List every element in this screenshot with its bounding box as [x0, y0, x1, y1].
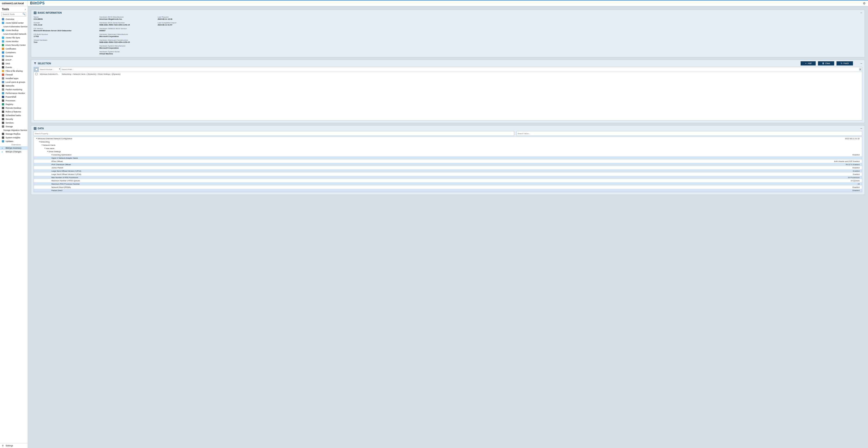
app-settings-icon[interactable]: ⚙ [863, 2, 866, 5]
search-path-input[interactable] [61, 67, 862, 72]
caret-down-icon[interactable]: ▾ [41, 144, 43, 146]
sidebar-item[interactable]: Azure hybrid center [0, 21, 28, 25]
sidebar-item[interactable]: DHCP [0, 58, 28, 62]
sidebar-item[interactable]: Scheduled tasks [0, 113, 28, 117]
data-leaf[interactable]: IPv4 Checksum OffloadRx & Tx Enabled [34, 163, 862, 166]
sidebar-item[interactable]: Certificates [0, 47, 28, 50]
tool-icon [2, 140, 4, 142]
data-leaf[interactable]: Hyper-V Network Adapter Name [34, 157, 862, 160]
row-module: Windows Extended Network Configura… [39, 73, 61, 75]
sidebar-item[interactable]: Storage Migration Service [0, 128, 28, 132]
sidebar-item-label: Azure Security Center [5, 44, 26, 46]
sidebar-item[interactable]: Files & file sharing [0, 69, 28, 73]
sidebar-item[interactable]: Remote Desktop [0, 106, 28, 110]
data-branch[interactable]: ▾Network Cards [34, 143, 862, 147]
node-label: Network Direct (RDMA) [52, 186, 852, 188]
svg-rect-8 [35, 129, 36, 129]
caret-down-icon[interactable]: ▾ [44, 147, 46, 149]
settings-item[interactable]: ⚙ Settings [0, 443, 28, 448]
caret-down-icon[interactable]: ▾ [38, 141, 40, 143]
sidebar-item[interactable]: Azure Monitor [0, 40, 28, 43]
sidebar-item-extension[interactable]: ▸BiitOps Inventory [0, 146, 28, 150]
data-branch[interactable]: ▾Networking [34, 140, 862, 143]
sidebar-item-label: Azure hybrid center [5, 22, 24, 24]
sidebar-item-label: System Insights [5, 136, 20, 139]
sidebar-item[interactable]: Azure Backup [0, 29, 28, 32]
sidebar-item[interactable]: Services [0, 121, 28, 125]
sidebar-item[interactable]: Azure File Sync [0, 36, 28, 40]
data-branch[interactable]: ▾new name [34, 147, 862, 150]
selection-collapse-icon[interactable]: − [860, 63, 862, 64]
tools-list: OverviewAzure hybrid centerAzure Kuberne… [0, 18, 28, 443]
data-leaf[interactable]: Max Number of RSS Processors16 Processor… [34, 176, 862, 179]
sidebar-item[interactable]: Updates [0, 139, 28, 143]
search-value-input[interactable] [517, 131, 862, 136]
dropdown-icon[interactable]: ▾ [859, 68, 862, 71]
data-leaf[interactable]: Large Send Offload Version 2 (IPv6)Enabl… [34, 173, 862, 176]
caret-down-icon[interactable]: ▾ [36, 138, 37, 139]
sidebar-item[interactable]: Storage [0, 125, 28, 128]
fetch-button[interactable]: ↻Fetch [837, 61, 853, 65]
sidebar-item[interactable]: System Insights [0, 136, 28, 139]
data-leaf[interactable]: Packet DirectDisabled [34, 189, 862, 192]
data-leaf[interactable]: Maximum Number of RSS Queues16 Queues [34, 179, 862, 182]
info-label: Name [34, 16, 71, 18]
tool-icon [2, 114, 4, 116]
sidebar-item-label: Files & file sharing [5, 70, 23, 72]
node-value: Disabled [852, 154, 862, 156]
info-value: Microsoft Windows Server 2019 Datacenter [34, 30, 71, 32]
sidebar-item[interactable]: DNS [0, 62, 28, 65]
sidebar-item[interactable]: Overview [0, 18, 28, 21]
sidebar-item[interactable]: Events [0, 65, 28, 69]
info-label: Virtual Hardware [34, 39, 71, 41]
info-label: Last Completed Import [158, 22, 177, 24]
data-collapse-icon[interactable]: − [860, 128, 862, 129]
sidebar-item[interactable]: Roles & features [0, 110, 28, 113]
data-branch[interactable]: ▾Windows Extended Network Configuration2… [34, 137, 862, 140]
extensions-group-label: Extensions [0, 143, 28, 146]
tools-collapse-icon[interactable]: ‹ [25, 8, 26, 11]
sidebar-item[interactable]: Containers [0, 50, 28, 54]
caret-down-icon[interactable]: ▾ [47, 150, 49, 152]
info-value: True [34, 41, 71, 43]
data-leaf[interactable]: Maximum RSS Processor Number15 [34, 182, 862, 185]
sidebar-item[interactable]: Performance Monitor [0, 91, 28, 95]
clear-button[interactable]: 🗑Clear [818, 61, 834, 65]
tool-icon [2, 110, 4, 113]
info-value: Virtual Machine [99, 53, 130, 55]
basic-collapse-icon[interactable]: − [860, 12, 862, 14]
data-leaf[interactable]: Jumbo PacketDisabled [34, 166, 862, 169]
sidebar-item-extension[interactable]: ▸BiitOps-Changes [0, 150, 28, 153]
tool-icon [2, 66, 4, 68]
info-label: Hardware System Model [99, 50, 130, 53]
sidebar-item[interactable]: Processes [0, 99, 28, 102]
select-all-checkbox[interactable] [35, 68, 38, 71]
sidebar-item[interactable]: Azure Kubernetes Service [0, 25, 28, 29]
search-module-input[interactable] [39, 67, 61, 72]
node-value: Disabled [852, 167, 862, 169]
dropdown-icon[interactable]: ▾ [59, 68, 60, 70]
data-leaf[interactable]: Large Send Offload Version 2 (IPv4)Enabl… [34, 169, 862, 173]
sidebar-item[interactable]: Packet monitoring [0, 88, 28, 91]
search-property-input[interactable] [34, 131, 514, 136]
sidebar-item[interactable]: Azure Security Center [0, 43, 28, 47]
sidebar-item-label: Processes [5, 99, 15, 102]
data-leaf[interactable]: Network Direct (RDMA)Disabled [34, 185, 862, 189]
sidebar-item[interactable]: Installed apps [0, 76, 28, 80]
brand-logo: BiitOPS [30, 1, 45, 5]
row-checkbox[interactable] [35, 73, 37, 75]
sidebar-item[interactable]: Security [0, 117, 28, 121]
data-leaf[interactable]: IPSec OffloadAuth Header and ESP Enabled [34, 160, 862, 163]
sidebar-item[interactable]: Azure Extended Network [0, 32, 28, 36]
sidebar-item[interactable]: PowerShell [0, 95, 28, 99]
sidebar-item[interactable]: Devices [0, 54, 28, 58]
sidebar-item[interactable]: Registry [0, 102, 28, 106]
add-button[interactable]: ＋Add [801, 61, 816, 65]
sidebar-item[interactable]: Storage Replica [0, 132, 28, 136]
sidebar-item[interactable]: Networks [0, 84, 28, 88]
data-branch[interactable]: ▾Driver Settings [34, 150, 862, 153]
data-leaf[interactable]: Forwarding OptimizationDisabled [34, 153, 862, 157]
selection-row[interactable]: Windows Extended Network Configura…Netwo… [34, 72, 862, 76]
sidebar-item[interactable]: Firewall [0, 73, 28, 76]
sidebar-item[interactable]: Local users & groups [0, 80, 28, 84]
